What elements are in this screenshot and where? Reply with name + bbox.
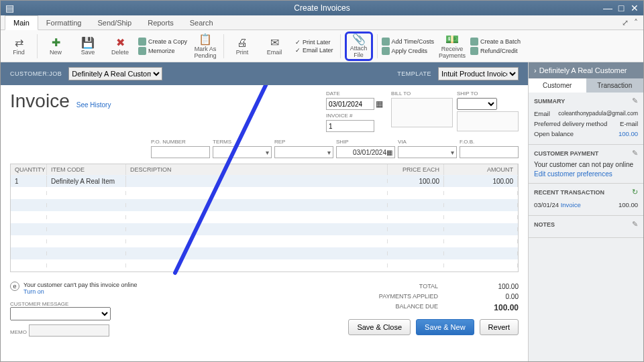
- app-menu-icon[interactable]: ▤: [5, 3, 14, 13]
- table-row[interactable]: [11, 259, 518, 272]
- po-input[interactable]: [151, 146, 210, 158]
- close-icon[interactable]: ✕: [630, 3, 639, 13]
- via-select[interactable]: ▾: [398, 146, 457, 158]
- attach-icon: 📎: [352, 33, 366, 46]
- time-icon: [382, 38, 390, 46]
- edit-payment-icon[interactable]: ✎: [632, 149, 638, 158]
- side-tab-transaction[interactable]: Transaction: [586, 78, 644, 93]
- arrows-icon: ⇄: [15, 36, 23, 50]
- ship-date-input[interactable]: 03/01/2024 ▦: [336, 146, 395, 158]
- minimize-icon[interactable]: —: [603, 3, 612, 13]
- fullscreen-icon[interactable]: ⤢: [622, 18, 629, 27]
- memorize-button[interactable]: Memorize: [138, 47, 187, 55]
- attach-file-button[interactable]: 📎 Attach File: [345, 32, 373, 61]
- apply-credits-button[interactable]: Apply Credits: [382, 47, 435, 55]
- via-label: VIA: [398, 139, 457, 145]
- email-icon: ✉: [270, 36, 279, 50]
- payments-label: PAYMENTS APPLIED: [358, 293, 438, 300]
- customer-message-select[interactable]: [10, 307, 111, 320]
- customer-job-select[interactable]: Definitely A Real Customer: [68, 67, 162, 80]
- context-bar: CUSTOMER:JOB Definitely A Real Customer …: [1, 62, 528, 85]
- print-later-checkbox[interactable]: ✓Print Later: [295, 39, 333, 46]
- tab-reports[interactable]: Reports: [140, 16, 182, 29]
- memo-label: MEMO: [10, 329, 27, 335]
- see-history-link[interactable]: See History: [76, 101, 111, 109]
- invoice-form: Invoice See History DATE ▦: [1, 85, 528, 361]
- calendar-icon[interactable]: ▦: [386, 149, 392, 156]
- refund-credit-button[interactable]: Refund/Credit: [470, 47, 521, 55]
- side-tab-customer[interactable]: Customer: [529, 78, 586, 93]
- open-balance-link[interactable]: 100.00: [619, 130, 638, 137]
- ship-to-select[interactable]: [457, 98, 497, 110]
- memorize-icon: [138, 47, 146, 55]
- ship-to-label: SHIP TO: [457, 90, 519, 97]
- table-row[interactable]: [11, 235, 518, 247]
- fob-input[interactable]: [460, 146, 519, 158]
- turn-on-link[interactable]: Turn on: [23, 288, 44, 295]
- col-amount: AMOUNT: [444, 164, 518, 175]
- memo-input[interactable]: [29, 324, 109, 337]
- rep-select[interactable]: ▾: [274, 146, 333, 158]
- print-button[interactable]: 🖨 Print: [228, 32, 256, 61]
- calendar-icon[interactable]: ▦: [376, 99, 383, 109]
- collapse-icon[interactable]: ˄: [634, 18, 638, 27]
- delete-button[interactable]: ✖ Delete: [106, 32, 134, 61]
- credits-icon: [382, 47, 390, 55]
- bill-to-label: BILL TO: [391, 90, 453, 97]
- tab-main[interactable]: Main: [5, 15, 38, 30]
- terms-select[interactable]: ▾: [213, 146, 272, 158]
- edit-notes-icon[interactable]: ✎: [632, 220, 638, 229]
- toolbar: ⇄ Find ✚ New 💾 Save ✖ Delete Create a Co…: [1, 30, 643, 62]
- table-row[interactable]: [11, 211, 518, 223]
- table-row[interactable]: [11, 223, 518, 235]
- payments-value: 0.00: [465, 293, 519, 300]
- total-value: 100.00: [465, 283, 519, 290]
- date-input[interactable]: [326, 98, 374, 110]
- recent-invoice-link[interactable]: Invoice: [561, 201, 581, 208]
- table-row[interactable]: [11, 247, 518, 259]
- invoice-no-input[interactable]: [326, 120, 374, 132]
- email-button[interactable]: ✉ Email: [260, 32, 288, 61]
- invoice-title: Invoice: [10, 90, 70, 112]
- tab-search[interactable]: Search: [182, 16, 221, 29]
- main-panel: CUSTOMER:JOB Definitely A Real Customer …: [1, 62, 528, 361]
- customer-message-label: CUSTOMER MESSAGE: [10, 301, 68, 307]
- batch-icon: [470, 38, 478, 46]
- line-items-grid: QUANTITY ITEM CODE DESCRIPTION PRICE EAC…: [10, 164, 519, 272]
- revert-button[interactable]: Revert: [480, 319, 519, 335]
- recent-trans-icon[interactable]: ↻: [632, 188, 638, 196]
- tab-sendship[interactable]: Send/Ship: [89, 16, 140, 29]
- mark-pending-button[interactable]: 📋 Mark As Pending: [191, 32, 219, 61]
- print-icon: 🖨: [237, 36, 248, 50]
- ribbon-tabs: Main Formatting Send/Ship Reports Search…: [1, 15, 643, 30]
- tab-formatting[interactable]: Formatting: [38, 16, 90, 29]
- bill-to-box[interactable]: [391, 98, 453, 127]
- table-row[interactable]: [11, 187, 518, 199]
- terms-label: TERMS: [213, 139, 272, 145]
- table-row[interactable]: 1Definitely A Real Item100.00100.00: [11, 175, 518, 187]
- create-batch-button[interactable]: Create a Batch: [470, 38, 521, 46]
- new-icon: ✚: [52, 36, 60, 50]
- template-select[interactable]: Intuit Product Invoice: [438, 67, 519, 80]
- table-row[interactable]: [11, 199, 518, 211]
- edit-preferences-link[interactable]: Edit customer preferences: [534, 170, 612, 178]
- new-button[interactable]: ✚ New: [42, 32, 70, 61]
- ship-to-box[interactable]: [457, 111, 519, 131]
- check-icon: ✓: [295, 47, 301, 54]
- edit-summary-icon[interactable]: ✎: [632, 97, 638, 105]
- maximize-icon[interactable]: □: [616, 3, 626, 13]
- add-time-button[interactable]: Add Time/Costs: [382, 38, 435, 46]
- find-button[interactable]: ⇄ Find: [5, 32, 33, 61]
- invoice-no-label: INVOICE #: [326, 113, 383, 119]
- recent-transaction-heading: RECENT TRANSACTION: [534, 189, 638, 196]
- side-customer-header[interactable]: ›Definitely A Real Customer: [529, 62, 643, 78]
- create-copy-button[interactable]: Create a Copy: [138, 38, 187, 46]
- refund-icon: [470, 47, 478, 55]
- save-close-button[interactable]: Save & Close: [348, 319, 411, 335]
- receive-payments-button[interactable]: 💵 Receive Payments: [438, 32, 466, 61]
- pending-icon: 📋: [199, 33, 212, 46]
- save-new-button[interactable]: Save & New: [416, 319, 474, 335]
- save-button[interactable]: 💾 Save: [74, 32, 102, 61]
- email-later-checkbox[interactable]: ✓Email Later: [295, 47, 333, 54]
- titlebar: ▤ Create Invoices — □ ✕: [1, 1, 643, 15]
